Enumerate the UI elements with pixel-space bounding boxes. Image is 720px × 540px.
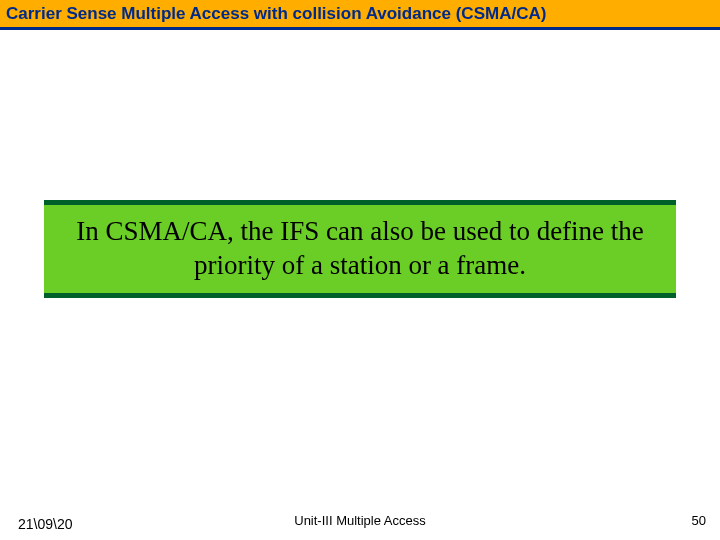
slide-footer: 21\09\20 Unit-III Multiple Access 50 [0,510,720,540]
slide-title: Carrier Sense Multiple Access with colli… [6,4,546,23]
slide-title-bar: Carrier Sense Multiple Access with colli… [0,0,720,30]
footer-page-number: 50 [692,513,706,528]
callout-box: In CSMA/CA, the IFS can also be used to … [44,200,676,298]
footer-center: Unit-III Multiple Access [0,513,720,528]
callout-text: In CSMA/CA, the IFS can also be used to … [54,215,666,283]
